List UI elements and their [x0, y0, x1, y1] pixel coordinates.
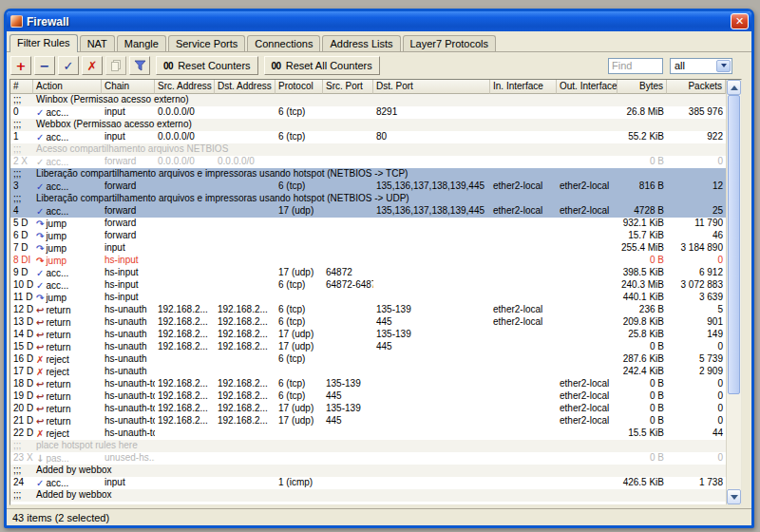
- cell-dst-port: [373, 156, 490, 168]
- column-header-inif[interactable]: In. Interface: [490, 80, 557, 94]
- column-header-dport[interactable]: Dst. Port: [373, 80, 490, 94]
- comment-row[interactable]: ;;;Liberação compartilhamento arquivos e…: [10, 168, 726, 180]
- cell-dst-address: [215, 366, 276, 378]
- filter-button[interactable]: [129, 56, 150, 75]
- scroll-up-button[interactable]: [727, 80, 741, 95]
- comment-row[interactable]: ;;;Liberação compartilhamento arquivos e…: [10, 193, 726, 205]
- cell-in-interface: [490, 341, 557, 353]
- column-header-src[interactable]: Src. Address: [155, 80, 215, 94]
- column-header-proto[interactable]: Protocol: [276, 80, 323, 94]
- cell-protocol: 6 (tcp): [276, 378, 323, 390]
- rule-row[interactable]: 16 D✗rejecths-unauth6 (tcp)287.6 KiB5 73…: [10, 353, 726, 366]
- rule-row[interactable]: 19 D↩returnhs-unauth-to192.168.2...192.1…: [10, 390, 726, 403]
- cell-packets: 0: [667, 378, 726, 390]
- cell-protocol: 6 (tcp): [276, 180, 323, 193]
- filter-combo[interactable]: all: [670, 58, 732, 74]
- scrollbar-thumb[interactable]: [728, 95, 740, 394]
- column-header-action[interactable]: Action: [33, 80, 102, 94]
- tab-connections[interactable]: Connections: [247, 35, 320, 51]
- comment-row[interactable]: ;;;Acesso compartilhamento arquivos NETB…: [10, 143, 726, 156]
- column-header-chain[interactable]: Chain: [102, 80, 155, 94]
- add-button[interactable]: +: [10, 56, 31, 75]
- comment-row[interactable]: ;;;Winbox (Permissao acesso externo): [10, 94, 726, 106]
- column-header-bytes[interactable]: Bytes: [618, 80, 667, 94]
- comment-row[interactable]: ;;;Added by webbox: [10, 489, 726, 502]
- disable-button[interactable]: ✗: [82, 56, 103, 75]
- rule-row[interactable]: 12 D↩returnhs-unauth192.168.2...192.168.…: [10, 304, 726, 316]
- rule-row[interactable]: 14 D↩returnhs-unauth192.168.2...192.168.…: [10, 329, 726, 341]
- comment-row[interactable]: ;;;Webbox (Permissao acesso externo): [10, 119, 726, 131]
- column-header-num[interactable]: #: [10, 80, 33, 94]
- tab-mangle[interactable]: Mangle: [117, 35, 166, 51]
- cell-src-port: [323, 131, 373, 143]
- comment-row[interactable]: ;;;place hotspot rules here: [10, 440, 726, 452]
- close-button[interactable]: ✕: [731, 13, 749, 29]
- rule-row[interactable]: 8 DI↷jumphs-input0 B0: [10, 255, 726, 267]
- scroll-down-button[interactable]: [727, 489, 741, 504]
- cell-bytes: 236 B: [618, 304, 667, 316]
- cell-chain: hs-unauth: [102, 366, 155, 378]
- cell-bytes: 26.8 MiB: [618, 106, 667, 119]
- cell-packets: 6 912: [667, 267, 726, 279]
- cell-comment-prefix: ;;;: [10, 440, 33, 452]
- rule-row[interactable]: 5 D↷jumpforward932.1 KiB11 790: [10, 218, 726, 230]
- scrollbar-track[interactable]: [727, 95, 741, 489]
- tab-nat[interactable]: NAT: [80, 35, 115, 51]
- rule-row[interactable]: 2 X✓acc...forward0.0.0.0/00.0.0.0/00 B0: [10, 156, 726, 168]
- cell-protocol: 17 (udp): [276, 403, 323, 415]
- copy-button[interactable]: [105, 56, 126, 75]
- action-label: acc...: [46, 181, 68, 193]
- column-header-outif[interactable]: Out. Interface: [557, 80, 618, 94]
- comment-text: Winbox (Permissao acesso externo): [33, 94, 726, 106]
- column-header-sport[interactable]: Src. Port: [323, 80, 373, 94]
- cell-chain: input: [102, 477, 155, 489]
- cell-src-port: [323, 255, 373, 267]
- cell-dst-address: 192.168.2...: [215, 390, 276, 403]
- cell-out-interface: ether2-local: [557, 205, 618, 218]
- rule-row[interactable]: 22 D✗rejecths-unauth-to15.5 KiB44: [10, 428, 726, 440]
- cell-chain: hs-unauth-to: [102, 403, 155, 415]
- cell-out-interface: ether2-local: [557, 180, 618, 193]
- plus-icon: +: [16, 60, 27, 72]
- rule-row[interactable]: 0✓acc...input0.0.0.0/06 (tcp)829126.8 Mi…: [10, 106, 726, 119]
- title-bar[interactable]: Firewall ✕: [7, 11, 751, 31]
- cell-in-interface: [490, 156, 557, 168]
- column-header-packets[interactable]: Packets: [667, 80, 726, 94]
- rule-row[interactable]: 18 D↩returnhs-unauth-to192.168.2...192.1…: [10, 378, 726, 390]
- tab-service-ports[interactable]: Service Ports: [168, 35, 245, 51]
- reset-all-counters-button[interactable]: 00 Reset All Counters: [264, 56, 380, 75]
- rule-row[interactable]: 24✓acc...input1 (icmp)426.5 KiB1 738: [10, 477, 726, 489]
- find-input[interactable]: [608, 58, 663, 74]
- rule-row[interactable]: 15 D↩returnhs-unauth192.168.2...192.168.…: [10, 341, 726, 353]
- tab-address-lists[interactable]: Address Lists: [322, 35, 400, 51]
- rule-row[interactable]: 9 D✓acc...hs-input17 (udp)64872398.5 KiB…: [10, 267, 726, 279]
- cell-chain: hs-unauth: [102, 329, 155, 341]
- rule-row[interactable]: 13 D↩returnhs-unauth192.168.2...192.168.…: [10, 316, 726, 329]
- rule-row[interactable]: 11 D↷jumphs-input440.1 KiB3 639: [10, 292, 726, 304]
- column-header-dst[interactable]: Dst. Address: [215, 80, 276, 94]
- enable-button[interactable]: ✓: [58, 56, 79, 75]
- vertical-scrollbar[interactable]: [726, 80, 741, 504]
- rule-row[interactable]: 10 D✓acc...hs-input6 (tcp)64872-64875240…: [10, 279, 726, 292]
- return-action-icon: ↩: [36, 306, 44, 315]
- rule-row[interactable]: 6 D↷jumpforward15.7 KiB46: [10, 230, 726, 242]
- chevron-down-icon[interactable]: [716, 60, 731, 72]
- cell-protocol: [276, 452, 323, 465]
- rule-row[interactable]: 7 D↷jumpinput255.4 MiB3 184 890: [10, 242, 726, 255]
- remove-button[interactable]: −: [34, 56, 55, 75]
- rule-row[interactable]: 20 D↩returnhs-unauth-to192.168.2...192.1…: [10, 403, 726, 415]
- firewall-window-icon: [10, 15, 23, 28]
- cell-action: ↷jump: [33, 230, 102, 242]
- rule-row[interactable]: 17 D✗rejecths-unauth242.4 KiB2 909: [10, 366, 726, 378]
- reset-counters-button[interactable]: 00 Reset Counters: [156, 56, 258, 75]
- rule-row[interactable]: 3✓acc...forward6 (tcp)135,136,137,138,13…: [10, 180, 726, 193]
- cell-number: 20 D: [10, 403, 33, 415]
- rule-row[interactable]: 1✓acc...input0.0.0.0/06 (tcp)8055.2 KiB9…: [10, 131, 726, 143]
- tab-layer7-protocols[interactable]: Layer7 Protocols: [403, 35, 497, 51]
- rule-row[interactable]: 23 X↓pas...unused-hs...0 B0: [10, 452, 726, 465]
- rule-row[interactable]: 4✓acc...forward17 (udp)135,136,137,138,1…: [10, 205, 726, 218]
- comment-text: Added by webbox: [33, 489, 726, 502]
- tab-filter-rules[interactable]: Filter Rules: [10, 34, 78, 52]
- rule-row[interactable]: 21 D↩returnhs-unauth-to192.168.2...192.1…: [10, 415, 726, 428]
- comment-row[interactable]: ;;;Added by webbox: [10, 465, 726, 477]
